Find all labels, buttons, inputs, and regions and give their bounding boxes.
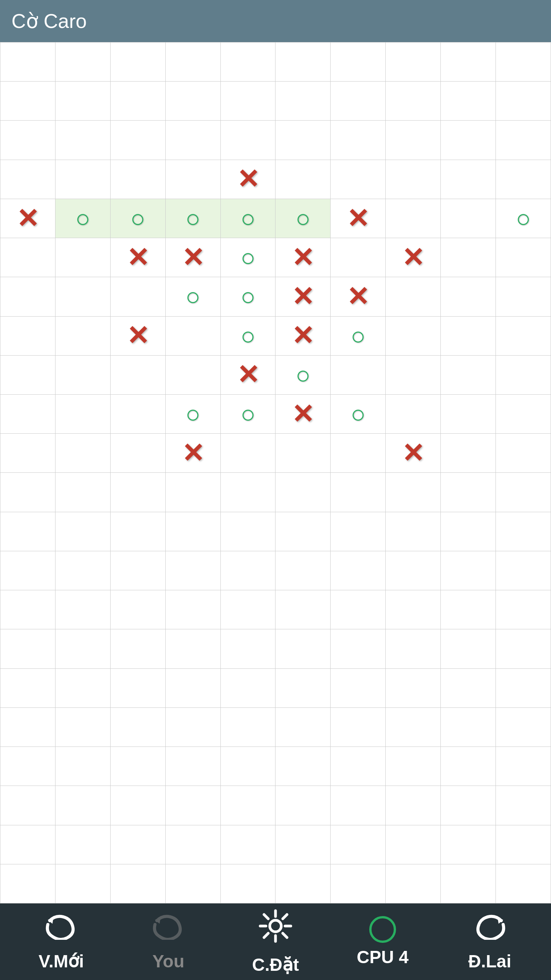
board-cell[interactable] <box>221 434 276 473</box>
board-cell[interactable] <box>111 82 166 121</box>
board-cell[interactable] <box>276 82 331 121</box>
board-cell[interactable] <box>441 512 496 551</box>
board-cell[interactable] <box>331 82 386 121</box>
board-cell[interactable] <box>221 747 276 786</box>
undo-button[interactable]: Đ.Lai <box>452 912 528 972</box>
board-cell[interactable] <box>331 199 386 238</box>
board-cell[interactable] <box>55 512 111 551</box>
board-cell[interactable] <box>441 238 496 277</box>
board-cell[interactable] <box>441 708 496 747</box>
board-cell[interactable] <box>276 590 331 629</box>
board-cell[interactable] <box>441 395 496 434</box>
board-cell[interactable] <box>496 277 551 316</box>
board-cell[interactable] <box>496 356 551 395</box>
board-cell[interactable] <box>441 277 496 316</box>
board-cell[interactable] <box>276 356 331 395</box>
board-cell[interactable] <box>55 317 111 356</box>
board-cell[interactable] <box>111 629 166 668</box>
board-cell[interactable] <box>55 199 111 238</box>
board-cell[interactable] <box>111 356 166 395</box>
board-cell[interactable] <box>276 121 331 160</box>
board-cell[interactable] <box>386 121 441 160</box>
board-cell[interactable] <box>0 434 55 473</box>
board-cell[interactable] <box>441 82 496 121</box>
board-cell[interactable] <box>496 590 551 629</box>
board-cell[interactable] <box>0 551 55 590</box>
board-cell[interactable] <box>276 669 331 708</box>
board-cell[interactable] <box>496 629 551 668</box>
board-cell[interactable] <box>221 551 276 590</box>
board-cell[interactable] <box>111 42 166 82</box>
board-cell[interactable] <box>441 551 496 590</box>
board-cell[interactable] <box>166 317 221 356</box>
board-cell[interactable] <box>496 786 551 825</box>
board-cell[interactable] <box>496 747 551 786</box>
board-cell[interactable] <box>331 512 386 551</box>
board-cell[interactable] <box>496 473 551 512</box>
board-cell[interactable] <box>386 395 441 434</box>
board-cell[interactable] <box>221 42 276 82</box>
board-cell[interactable] <box>386 160 441 199</box>
board-cell[interactable] <box>0 786 55 825</box>
board-cell[interactable] <box>386 786 441 825</box>
board-cell[interactable] <box>0 473 55 512</box>
board-cell[interactable] <box>386 473 441 512</box>
board-cell[interactable] <box>166 669 221 708</box>
board-cell[interactable] <box>441 199 496 238</box>
board-cell[interactable] <box>496 825 551 864</box>
board-cell[interactable] <box>0 590 55 629</box>
board-cell[interactable] <box>55 629 111 668</box>
board-cell[interactable] <box>221 512 276 551</box>
board-cell[interactable] <box>441 864 496 903</box>
board-cell[interactable] <box>111 199 166 238</box>
board-cell[interactable] <box>386 590 441 629</box>
board-cell[interactable] <box>166 708 221 747</box>
board-cell[interactable] <box>55 590 111 629</box>
board-cell[interactable] <box>0 199 55 238</box>
board-cell[interactable] <box>0 708 55 747</box>
board-cell[interactable] <box>111 277 166 316</box>
board-cell[interactable] <box>0 669 55 708</box>
board-cell[interactable] <box>386 512 441 551</box>
board-cell[interactable] <box>331 629 386 668</box>
board-cell[interactable] <box>441 160 496 199</box>
board-cell[interactable] <box>276 434 331 473</box>
board-cell[interactable] <box>276 277 331 316</box>
board-cell[interactable] <box>0 356 55 395</box>
board-cell[interactable] <box>111 864 166 903</box>
board-cell[interactable] <box>496 551 551 590</box>
board-cell[interactable] <box>441 590 496 629</box>
board-cell[interactable] <box>386 317 441 356</box>
board-cell[interactable] <box>276 708 331 747</box>
board-cell[interactable] <box>276 864 331 903</box>
board-cell[interactable] <box>55 551 111 590</box>
board-cell[interactable] <box>496 82 551 121</box>
board-cell[interactable] <box>166 825 221 864</box>
board-cell[interactable] <box>111 551 166 590</box>
board-cell[interactable] <box>441 121 496 160</box>
board-cell[interactable] <box>386 42 441 82</box>
board-cell[interactable] <box>166 160 221 199</box>
board-cell[interactable] <box>331 121 386 160</box>
board-cell[interactable] <box>0 747 55 786</box>
board-cell[interactable] <box>331 395 386 434</box>
board-cell[interactable] <box>331 160 386 199</box>
board-cell[interactable] <box>221 160 276 199</box>
board-cell[interactable] <box>331 786 386 825</box>
board-cell[interactable] <box>221 199 276 238</box>
board-cell[interactable] <box>221 82 276 121</box>
board-cell[interactable] <box>166 238 221 277</box>
board-cell[interactable] <box>111 786 166 825</box>
board-cell[interactable] <box>331 277 386 316</box>
board-cell[interactable] <box>0 825 55 864</box>
board-cell[interactable] <box>221 786 276 825</box>
board-cell[interactable] <box>276 317 331 356</box>
board-cell[interactable] <box>55 708 111 747</box>
board-cell[interactable] <box>55 747 111 786</box>
board-cell[interactable] <box>166 786 221 825</box>
board-cell[interactable] <box>331 747 386 786</box>
board-cell[interactable] <box>0 82 55 121</box>
board-cell[interactable] <box>55 42 111 82</box>
board-cell[interactable] <box>441 629 496 668</box>
board-cell[interactable] <box>111 708 166 747</box>
